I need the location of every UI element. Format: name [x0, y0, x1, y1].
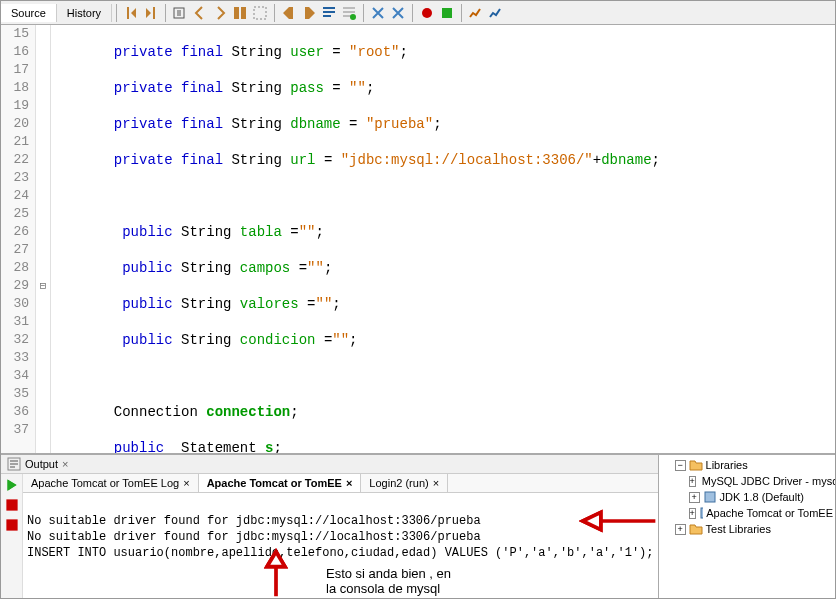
separator [116, 4, 117, 22]
output-tab-tomcat-log[interactable]: Apache Tomcat or TomEE Log× [23, 474, 199, 492]
svg-point-5 [422, 8, 432, 18]
tree-collapse-icon[interactable]: − [675, 460, 686, 471]
shift-right-icon[interactable] [299, 3, 319, 23]
tree-expand-icon[interactable]: + [689, 476, 696, 487]
arrow-up-annotation [256, 548, 296, 599]
tree-expand-icon[interactable]: + [689, 492, 700, 503]
output-icon [7, 457, 21, 471]
annotation-text: Esto si anda bien , en la consola de mys… [326, 566, 451, 596]
chart2-icon[interactable] [486, 3, 506, 23]
shift-left-icon[interactable] [279, 3, 299, 23]
output-title: Output [25, 458, 58, 470]
svg-rect-2 [241, 7, 246, 19]
comment-icon[interactable] [339, 3, 359, 23]
toggle-highlight-icon[interactable] [230, 3, 250, 23]
close-icon[interactable]: × [346, 477, 352, 489]
surround-icon[interactable] [388, 3, 408, 23]
stop2-icon[interactable] [3, 516, 21, 534]
jar-icon [699, 506, 703, 520]
tree-libraries-label: Libraries [706, 459, 748, 471]
svg-rect-11 [705, 492, 715, 502]
find-selection-icon[interactable] [170, 3, 190, 23]
separator [274, 4, 275, 22]
tree-expand-icon[interactable]: + [689, 508, 696, 519]
next-bookmark-icon[interactable] [210, 3, 230, 23]
svg-rect-3 [254, 7, 266, 19]
nav-back-icon[interactable] [121, 3, 141, 23]
uncomment-icon[interactable] [368, 3, 388, 23]
nav-fwd-icon[interactable] [141, 3, 161, 23]
source-tab[interactable]: Source [1, 4, 57, 22]
selection-mode-icon[interactable] [250, 3, 270, 23]
svg-rect-9 [6, 519, 17, 530]
svg-rect-8 [6, 499, 17, 510]
rerun-icon[interactable] [3, 476, 21, 494]
line-number-gutter: 1516171819202122232425262728293031323334… [1, 25, 36, 453]
separator [412, 4, 413, 22]
output-tab-login2[interactable]: Login2 (run)× [361, 474, 448, 492]
output-header: Output × [1, 455, 658, 474]
tree-expand-icon[interactable]: + [675, 524, 686, 535]
folder-icon [689, 458, 703, 472]
svg-point-4 [350, 14, 356, 20]
tree-jdk-label: JDK 1.8 (Default) [720, 491, 804, 503]
output-sidebar [1, 474, 23, 598]
close-icon[interactable]: × [433, 477, 439, 489]
code-content[interactable]: private final String user = "root"; priv… [51, 25, 835, 453]
tree-mysql-label: MySQL JDBC Driver - mysql-co [702, 475, 835, 487]
code-editor[interactable]: 1516171819202122232425262728293031323334… [1, 25, 835, 453]
stop-icon[interactable] [3, 496, 21, 514]
svg-rect-1 [234, 7, 239, 19]
svg-rect-12 [701, 508, 703, 518]
close-icon[interactable]: × [62, 458, 68, 470]
output-tabs: Apache Tomcat or TomEE Log× Apache Tomca… [23, 474, 658, 493]
svg-rect-6 [442, 8, 452, 18]
macro-stop-icon[interactable] [437, 3, 457, 23]
fold-column: ⊟ [36, 25, 51, 453]
arrow-right-annotation [579, 501, 659, 541]
prev-bookmark-icon[interactable] [190, 3, 210, 23]
separator [461, 4, 462, 22]
output-tab-tomcat[interactable]: Apache Tomcat or TomEE× [199, 474, 362, 492]
history-tab[interactable]: History [57, 4, 112, 22]
folder-icon [689, 522, 703, 536]
project-tree[interactable]: −Libraries +MySQL JDBC Driver - mysql-co… [659, 455, 835, 598]
close-icon[interactable]: × [183, 477, 189, 489]
separator [165, 4, 166, 22]
editor-toolbar: Source History [1, 1, 835, 25]
format-icon[interactable] [319, 3, 339, 23]
jar-icon [703, 490, 717, 504]
tree-testlib-label: Test Libraries [706, 523, 771, 535]
chart-icon[interactable] [466, 3, 486, 23]
macro-record-icon[interactable] [417, 3, 437, 23]
tree-tomcat-label: Apache Tomcat or TomEE [706, 507, 833, 519]
separator [363, 4, 364, 22]
